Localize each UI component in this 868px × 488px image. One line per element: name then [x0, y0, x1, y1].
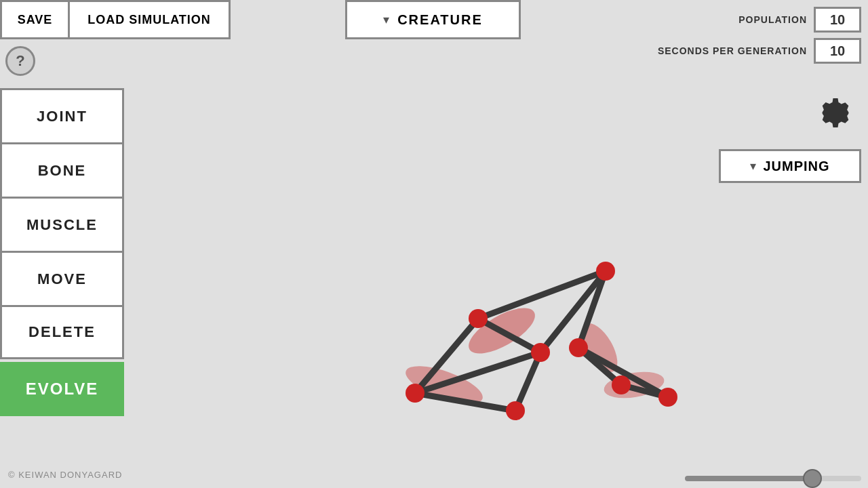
population-row: POPULATION [738, 7, 861, 33]
help-button[interactable]: ? [5, 46, 35, 76]
copyright: © KEIWAN DONYAGARD [8, 470, 122, 480]
joint-2[interactable] [469, 309, 488, 328]
joint-8[interactable] [658, 388, 677, 407]
canvas-area [125, 39, 868, 488]
delete-button[interactable]: DELETE [0, 305, 124, 359]
population-input[interactable] [814, 7, 861, 33]
creature-dropdown[interactable]: ▾ CREATURE [345, 0, 521, 39]
slider-container [685, 476, 861, 481]
creature-dropdown-arrow: ▾ [383, 12, 389, 27]
creature-canvas [125, 39, 868, 488]
creature-label: CREATURE [397, 12, 483, 28]
bone-button[interactable]: BONE [0, 142, 124, 197]
joint-button[interactable]: JOINT [0, 88, 124, 142]
joint-5[interactable] [406, 384, 425, 403]
load-simulation-button[interactable]: LOAD SIMULATION [68, 0, 231, 39]
joint-3[interactable] [531, 343, 550, 362]
population-label: POPULATION [738, 14, 807, 25]
joint-1[interactable] [596, 262, 615, 281]
joint-7[interactable] [612, 375, 631, 394]
joint-4[interactable] [569, 338, 588, 357]
save-button[interactable]: SAVE [0, 0, 68, 39]
muscle-button[interactable]: MUSCLE [0, 197, 124, 251]
evolve-button[interactable]: EVOLVE [0, 362, 124, 416]
speed-slider[interactable] [685, 476, 861, 481]
sidebar: JOINT BONE MUSCLE MOVE DELETE EVOLVE [0, 88, 125, 416]
joint-6[interactable] [506, 401, 525, 420]
move-button[interactable]: MOVE [0, 251, 124, 305]
